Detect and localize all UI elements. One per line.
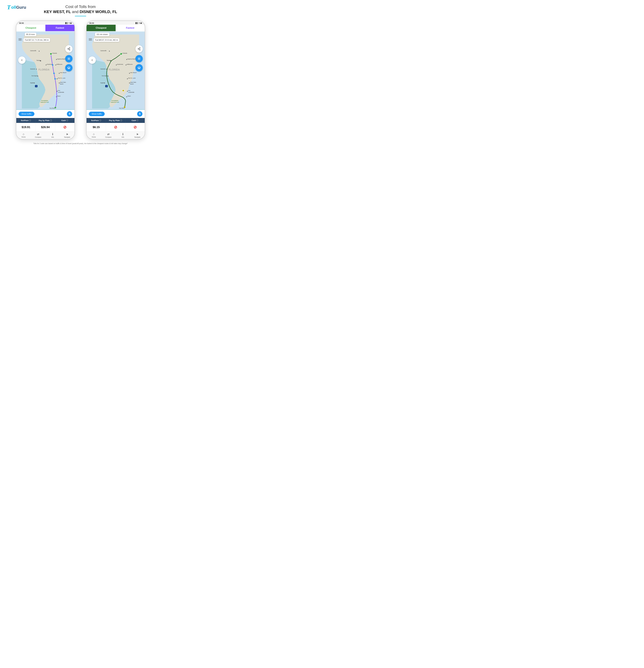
phone2-nav-compare[interactable]: ⇄ Compare: [101, 133, 116, 138]
phone2-menu-icon[interactable]: [89, 37, 93, 42]
svg-text:T: T: [54, 64, 54, 66]
phone1-time: 06:50: [19, 22, 24, 24]
phone1-nav-compare[interactable]: ⇄ Compare: [31, 133, 46, 138]
svg-point-45: [69, 48, 70, 48]
phone2-nav-navigate[interactable]: ➤ Navigate: [130, 133, 145, 138]
svg-text:Everglades: Everglades: [111, 100, 118, 101]
phone1-paybyplate-info[interactable]: i: [50, 119, 52, 121]
phone2-back-button[interactable]: [89, 57, 96, 64]
phone1-compare-label: Compare: [35, 136, 41, 138]
svg-text:West Palm: West Palm: [60, 81, 66, 83]
svg-text:FLORIDA: FLORIDA: [39, 68, 49, 71]
phone2-mockup: 06:50 ▐▌▌ ▾ ▮▮ Cheapest Fastest: [86, 20, 145, 139]
svg-text:Fort Myers: Fort Myers: [31, 75, 38, 77]
svg-text:Port St. Lucie: Port St. Lucie: [128, 77, 136, 79]
phone2-tab-cheapest[interactable]: Cheapest: [87, 25, 116, 31]
phone1-sunpass-header: SunPass i: [16, 118, 36, 123]
phone2-tab-fastest[interactable]: Fastest: [116, 25, 145, 31]
phone1-wrapper: 06:50 ▐▌▌ ▾ ▮▮ Cheapest Fastest: [16, 20, 75, 139]
phone2-paybyplate-info[interactable]: i: [120, 119, 122, 121]
phone2-toll-table: SunPass i Pay by Plate i Cash i $6.15 ⊘: [87, 118, 145, 132]
svg-text:Orlando: Orlando: [52, 52, 57, 54]
phone1-show-traffic-button[interactable]: Show traffic: [18, 112, 34, 116]
phone2-signal: ▐▌▌: [135, 22, 138, 24]
phone1-info-icon: ℹ: [52, 133, 53, 136]
phone2-wrapper: 06:50 ▐▌▌ ▾ ▮▮ Cheapest Fastest: [86, 20, 145, 139]
svg-line-49: [69, 48, 69, 49]
phone1-tab-cheapest[interactable]: Cheapest: [16, 25, 45, 31]
svg-text:Naples: Naples: [101, 82, 104, 84]
phone2-sunpass-val: $6.15: [87, 123, 106, 132]
phone1-hamburger-button[interactable]: [65, 55, 73, 62]
phone2-nav-info[interactable]: ℹ Info: [116, 133, 130, 138]
svg-point-70: [129, 73, 130, 74]
footer: Tolls for 2-axle cars based on traffic &…: [0, 139, 161, 149]
svg-text:Beach: Beach: [60, 83, 63, 85]
phone2-show-traffic-button[interactable]: Show traffic: [89, 112, 105, 116]
svg-point-36: [50, 53, 52, 55]
phone1-route-tabs[interactable]: Cheapest Fastest: [16, 25, 74, 31]
phone1-map-svg: FLORIDA Orlando Tampa Daytona Beach Gain…: [16, 31, 74, 110]
phone1-nav-home[interactable]: ⌂ Home: [16, 133, 31, 138]
phone1-wifi: ▾: [69, 22, 70, 24]
phone2-cash-info[interactable]: i: [137, 119, 138, 121]
logo: T ollGuru: [3, 4, 26, 11]
svg-point-24: [59, 82, 60, 84]
phone2-info-fuel: Fuel $45.67, 9 h 6 min, 482 mi: [93, 38, 119, 42]
svg-text:Key West: Key West: [119, 107, 124, 109]
phones-container: 06:50 ▐▌▌ ▾ ▮▮ Cheapest Fastest: [0, 18, 161, 139]
phone2-cash-header: Cash i: [125, 118, 145, 123]
phone1-info-more: $5.19 more: [25, 33, 36, 36]
phone2-hamburger-button[interactable]: [135, 55, 143, 62]
phone2-map-svg: FLORIDA Orlando Tampa Daytona Beach Gain…: [87, 31, 145, 110]
svg-point-6: [56, 59, 57, 60]
svg-point-81: [127, 91, 128, 92]
phone2-share-button[interactable]: [135, 45, 143, 52]
svg-text:Beach: Beach: [130, 83, 134, 85]
phone1-tab-fastest[interactable]: Fastest: [45, 25, 74, 31]
svg-point-20: [57, 78, 58, 79]
svg-point-66: [125, 64, 126, 65]
phone1-battery: ▮▮: [70, 22, 72, 24]
svg-point-8: [39, 51, 40, 51]
phone1-home-label: Home: [21, 136, 26, 138]
phone1-sunpass-info[interactable]: i: [29, 119, 31, 121]
phone1-menu-icon[interactable]: [18, 37, 23, 42]
phone1-toll-header: SunPass i Pay by Plate i Cash i: [16, 118, 74, 123]
logo-t: T: [7, 4, 11, 11]
phone2-sunpass-info[interactable]: i: [99, 119, 101, 121]
svg-text:Daytona Beach: Daytona Beach: [57, 58, 66, 60]
svg-point-12: [55, 64, 56, 65]
phone1-map: FLORIDA Orlando Tampa Daytona Beach Gain…: [16, 31, 74, 110]
phone1-mockup: 06:50 ▐▌▌ ▾ ▮▮ Cheapest Fastest: [16, 20, 75, 139]
phone2-nav-home[interactable]: ⌂ Home: [87, 133, 101, 138]
phone1-paybyplate-header: Pay by Plate i: [36, 118, 55, 123]
svg-text:Everglades: Everglades: [41, 100, 48, 101]
svg-point-95: [138, 48, 139, 49]
phone1-nav-navigate[interactable]: ➤ Navigate: [60, 133, 75, 138]
phone2-traffic-row: Show traffic $: [87, 110, 145, 118]
phone1-cash-info[interactable]: i: [66, 119, 68, 121]
phone1-nav-info[interactable]: ℹ Info: [45, 133, 60, 138]
phone1-dollar-button[interactable]: $: [67, 111, 72, 117]
logo-ollguru: ollGuru: [11, 5, 26, 10]
svg-point-78: [129, 82, 130, 84]
phone1-share-button[interactable]: [65, 45, 73, 52]
phone1-navigate-icon: ➤: [66, 133, 69, 136]
phone2-dollar-button[interactable]: $: [137, 111, 143, 117]
svg-text:Lauderdale: Lauderdale: [58, 91, 64, 93]
phone1-back-button[interactable]: [18, 57, 26, 64]
svg-text:Port St. Lucie: Port St. Lucie: [58, 77, 65, 79]
svg-text:Daytona Beach: Daytona Beach: [128, 58, 136, 60]
phone2-map: FLORIDA Orlando Tampa Daytona Beach Gain…: [87, 31, 145, 110]
phone2-info-label: Info: [122, 136, 124, 138]
svg-text:Melbourne: Melbourne: [127, 63, 133, 65]
phone1-layers-button[interactable]: [65, 64, 73, 72]
svg-text:75: 75: [106, 86, 107, 87]
svg-point-39: [53, 73, 55, 74]
svg-text:Naples: Naples: [30, 82, 34, 84]
phone2-route-tabs[interactable]: Cheapest Fastest: [87, 25, 145, 31]
phone2-layers-button[interactable]: [135, 64, 143, 72]
svg-point-84: [126, 96, 127, 97]
phone2-wifi: ▾: [139, 22, 140, 24]
